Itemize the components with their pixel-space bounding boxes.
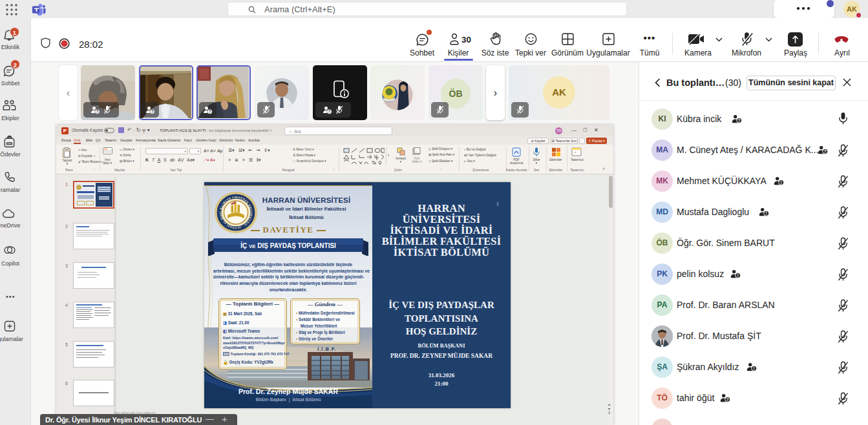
svg-text:?: ? [96, 109, 99, 114]
svg-text:!: ! [754, 366, 755, 371]
svg-text:?: ? [209, 109, 211, 114]
svg-text:!: ! [781, 180, 782, 185]
svg-text:?: ? [726, 397, 729, 402]
svg-text:?: ? [824, 149, 827, 154]
svg-text:?: ? [151, 109, 154, 114]
svg-text:?: ? [328, 109, 331, 114]
svg-text:?: ? [738, 118, 741, 123]
svg-text:!: ! [737, 273, 739, 278]
svg-text:!: ! [766, 211, 767, 216]
